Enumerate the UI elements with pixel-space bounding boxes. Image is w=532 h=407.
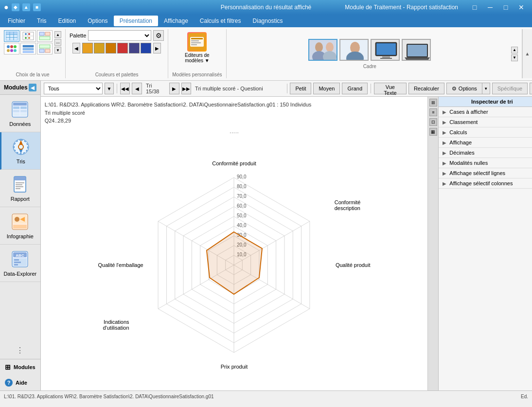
- sidebar-collapse-btn[interactable]: ◀: [29, 84, 36, 91]
- options-btn[interactable]: ⚙ Options: [446, 83, 482, 94]
- view-scroll-down[interactable]: ▼: [54, 47, 61, 53]
- menu-fichier[interactable]: Fichier: [2, 16, 31, 26]
- svg-text:ABC: ABC: [16, 253, 25, 258]
- recalculer-btn[interactable]: Recalculer: [408, 83, 444, 94]
- right-icon-3[interactable]: ⊡: [429, 118, 437, 126]
- inspector-label-8: Affichage sélectif colonnes: [449, 180, 513, 186]
- minimize-button[interactable]: ─: [483, 2, 497, 12]
- svg-rect-49: [408, 45, 427, 56]
- palette-row: Palette ⚙: [70, 30, 164, 41]
- sidebar-item-data-explorer[interactable]: ABC Data-Explorer: [0, 245, 40, 282]
- frame-thumb-2[interactable]: [339, 39, 369, 61]
- sidebar-item-donnees[interactable]: Données: [0, 95, 40, 132]
- inspector-item-lignes[interactable]: ▶ Affichage sélectif lignes: [439, 168, 532, 178]
- view-scroll-up[interactable]: ▲: [54, 31, 61, 38]
- specifique-btn[interactable]: Spécifique: [492, 83, 528, 94]
- inspector-item-calculs[interactable]: ▶ Calculs: [439, 127, 532, 138]
- sidebar-item-tris[interactable]: Tris: [0, 132, 40, 170]
- inspector-item-cases[interactable]: ▶ Cases à afficher: [439, 107, 532, 117]
- menu-bar: Fichier Tris Edition Options Présentatio…: [0, 15, 532, 27]
- options-dropdown-arrow[interactable]: ▼: [482, 83, 490, 94]
- close-button[interactable]: ✕: [514, 2, 528, 12]
- frames-container: Cadre: [231, 39, 509, 69]
- chart-right-icons: ⊞ ≡ ⊡ ▦: [427, 97, 438, 390]
- right-icon-2[interactable]: ≡: [429, 108, 437, 116]
- nav-first-btn[interactable]: ◀◀: [120, 83, 130, 94]
- palette-gear-btn[interactable]: ⚙: [153, 30, 164, 41]
- svg-rect-25: [39, 45, 50, 48]
- inspector-arrow-3: ▶: [443, 130, 446, 135]
- sidebar-modules-btn[interactable]: ⊞ Modules: [0, 359, 40, 375]
- menu-diagnostics[interactable]: Diagnostics: [247, 16, 289, 26]
- color-nav-left[interactable]: ◀: [72, 43, 80, 53]
- menu-options[interactable]: Options: [82, 16, 113, 26]
- menu-affichage[interactable]: Affichage: [158, 16, 194, 26]
- inspector-arrow-6: ▶: [443, 160, 446, 166]
- inspector-arrow-4: ▶: [443, 140, 446, 145]
- color-nav-right[interactable]: ▶: [153, 43, 161, 53]
- svg-rect-19: [23, 45, 34, 47]
- frame-thumb-3[interactable]: [371, 39, 400, 61]
- view-icon-split[interactable]: [37, 30, 53, 42]
- color-swatch-4[interactable]: [117, 43, 128, 53]
- svg-text:60,0: 60,0: [237, 203, 247, 209]
- vue-texte-btn[interactable]: Vue Texte: [374, 83, 407, 94]
- infographie-icon: [10, 212, 30, 231]
- inspector-item-decimales[interactable]: ▶ Décimales: [439, 148, 532, 158]
- view-icon-table[interactable]: [4, 30, 19, 42]
- frame-scroll-up[interactable]: ▲: [511, 47, 518, 53]
- size-petit-btn[interactable]: Petit: [290, 83, 311, 94]
- svg-rect-56: [13, 113, 19, 116]
- inspector-item-modalites[interactable]: ▶ Modalités nulles: [439, 158, 532, 168]
- color-swatch-1[interactable]: [82, 43, 93, 53]
- inspector-item-colonnes[interactable]: ▶ Affichage sélectif colonnes: [439, 178, 532, 189]
- sidebar-dot-menu[interactable]: ⋮: [0, 342, 40, 359]
- color-swatch-3[interactable]: [106, 43, 116, 53]
- tri-description: Tri multiple scoré - Questioni: [193, 86, 284, 91]
- view-icon-bars[interactable]: [20, 43, 36, 54]
- nav-next-btn[interactable]: ▶: [169, 83, 179, 94]
- filter-dropdown-arrow[interactable]: ▼: [105, 83, 114, 94]
- sidebar-item-rapport[interactable]: Rapport: [0, 170, 40, 207]
- svg-rect-53: [20, 106, 27, 109]
- editors-button[interactable]: Editeurs demodèles ▼: [181, 30, 213, 65]
- view-scroll-mid[interactable]: —: [54, 39, 61, 46]
- svg-rect-33: [191, 44, 197, 45]
- frame-scroll-down[interactable]: ▼: [511, 54, 518, 61]
- color-swatch-5[interactable]: [129, 43, 140, 53]
- color-swatch-2[interactable]: [94, 43, 105, 53]
- ribbon: ▲ — ▼ Choix de la vue Palette ⚙ ◀: [0, 27, 532, 81]
- restore-button-right[interactable]: □: [468, 2, 481, 12]
- size-grand-btn[interactable]: Grand: [342, 83, 368, 94]
- frame-thumb-4[interactable]: [402, 39, 431, 61]
- sidebar-item-infographie[interactable]: Infographie: [0, 207, 40, 245]
- restore-button[interactable]: □: [499, 2, 513, 12]
- inspector-item-affichage[interactable]: ▶ Affichage: [439, 138, 532, 148]
- view-icon-plus[interactable]: [20, 30, 36, 42]
- undo-btn[interactable]: ↩: [530, 83, 532, 94]
- svg-point-6: [7, 45, 10, 48]
- view-icon-alt[interactable]: [37, 43, 53, 54]
- menu-presentation[interactable]: Présentation: [114, 16, 158, 26]
- svg-rect-5: [6, 32, 18, 35]
- nav-last-btn[interactable]: ▶▶: [181, 83, 192, 94]
- menu-tris[interactable]: Tris: [31, 16, 53, 26]
- menu-edition[interactable]: Edition: [53, 16, 82, 26]
- nav-prev-btn[interactable]: ◀: [132, 83, 142, 94]
- view-icon-dots[interactable]: [4, 43, 19, 54]
- svg-rect-20: [23, 48, 34, 50]
- ribbon-collapse-btn[interactable]: ▲: [522, 29, 532, 78]
- sidebar-aide-btn[interactable]: ? Aide: [0, 375, 40, 390]
- svg-rect-32: [191, 42, 201, 43]
- inspector-item-classement[interactable]: ▶ Classement: [439, 117, 532, 127]
- right-icon-1[interactable]: ⊞: [429, 99, 437, 106]
- frame-thumb-1[interactable]: [308, 39, 337, 61]
- filter-dropdown[interactable]: Tous: [44, 83, 103, 94]
- menu-calculs[interactable]: Calculs et filtres: [194, 16, 247, 26]
- right-icon-4[interactable]: ▦: [429, 128, 437, 136]
- tri-label: Tri 15/38: [144, 83, 167, 94]
- separator-1: [117, 84, 117, 93]
- palette-dropdown[interactable]: [88, 30, 151, 41]
- color-swatch-6[interactable]: [141, 43, 151, 53]
- size-moyen-btn[interactable]: Moyen: [313, 83, 340, 94]
